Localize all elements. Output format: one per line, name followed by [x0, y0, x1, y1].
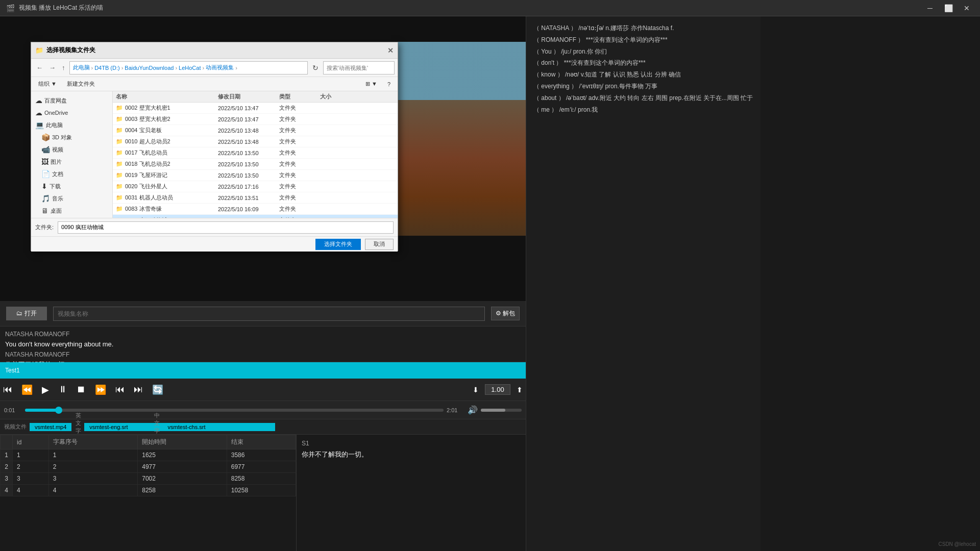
cancel-button[interactable]: 取消 — [365, 239, 394, 250]
subtitle-line1: You don't know everything about me. — [5, 339, 521, 350]
file-row[interactable]: 📁0031 机器人总动员 2022/5/10 13:51 文件夹 — [113, 192, 398, 204]
subtitle-detail-panel: S1 你并不了解我的一切。 — [296, 435, 526, 551]
sidebar-item-music[interactable]: 🎵 音乐 — [31, 192, 112, 205]
nav-back-button[interactable]: ← — [34, 63, 45, 72]
table-row[interactable]: 3 3 3 7002 8258 — [1, 473, 296, 485]
cell-id: 4 — [13, 485, 49, 496]
pause-button[interactable]: ⏸ — [55, 382, 70, 397]
refresh-button[interactable]: ↻ — [310, 63, 321, 73]
nav-up-button[interactable]: ↑ — [60, 63, 67, 72]
playback-controls: ⏮ ⏪ ▶ ⏸ ⏹ ⏩ ⏮ ⏭ 🔄 ⬇ 1.00 ⬆ — [0, 379, 526, 401]
table-row[interactable]: 1 1 1 1625 3586 — [1, 449, 296, 461]
path-sep-2: › — [121, 65, 124, 71]
table-col-rownum — [1, 435, 13, 449]
file-row[interactable]: 📁0019 飞屋环游记 2022/5/10 13:50 文件夹 — [113, 170, 398, 181]
sidebar-item-onedrive[interactable]: ☁ OneDrive — [31, 107, 112, 119]
thispc-icon: 💻 — [35, 121, 44, 129]
video-file-label: 视频文件 — [4, 423, 27, 431]
file-dialog-toolbar: ← → ↑ 此电脑 › D4TB (D:) › BaiduYunDownload… — [31, 59, 398, 77]
minimize-button[interactable]: ─ — [923, 3, 937, 14]
next-sub-button[interactable]: ⏭ — [131, 382, 146, 397]
path-part-3: BaiduYunDownload — [125, 65, 174, 71]
sidebar-item-pictures[interactable]: 🖼 图片 — [31, 156, 112, 168]
organize-button[interactable]: 组织 ▼ — [35, 79, 60, 89]
baidu-icon: ☁ — [35, 96, 42, 105]
folder-icon: 📁 — [116, 217, 123, 218]
speed-down-button[interactable]: ⬇ — [470, 384, 482, 396]
row-num: 2 — [1, 461, 13, 473]
rewind-button[interactable]: ⏪ — [18, 382, 36, 397]
timeline-progress — [25, 409, 59, 412]
unpack-button[interactable]: ⚙ 解包 — [491, 307, 520, 320]
table-row[interactable]: 4 4 4 8258 10258 — [1, 485, 296, 496]
file-row[interactable]: 📁0090 疯狂动物城 2022/5/10 13:52 文件夹 — [113, 215, 398, 218]
bottom-panel: 🗂 打开 ⚙ 解包 NATASHA ROMANOFF You don't kno… — [0, 301, 526, 551]
sidebar-item-documents[interactable]: 📄 文档 — [31, 168, 112, 180]
speed-up-button[interactable]: ⬆ — [513, 384, 526, 396]
help-button[interactable]: ? — [384, 80, 394, 88]
path-sep-4: › — [202, 65, 204, 71]
dict-entry: （ about ） /əˈbaʊt/ adv.附近 大约 转向 左右 周围 pr… — [533, 92, 753, 104]
time-start: 0:01 — [4, 407, 22, 413]
pictures-icon: 🖼 — [35, 158, 48, 166]
file-row[interactable]: 📁0002 壁宽大机密1 2022/5/10 13:47 文件夹 — [113, 103, 398, 114]
row-num: 4 — [1, 485, 13, 496]
sidebar-item-downloads[interactable]: ⬇ 下载 — [31, 180, 112, 192]
forward-button[interactable]: ⏩ — [92, 382, 109, 397]
cell-subnum: 4 — [48, 485, 138, 496]
view-options-button[interactable]: ⊞ ▼ — [362, 80, 380, 88]
rewind-fast-button[interactable]: ⏮ — [0, 382, 15, 397]
series-test-label: Test1 — [5, 367, 20, 374]
sidebar-item-3d[interactable]: 📦 3D 对象 — [31, 131, 112, 143]
file-dialog-sidebar: ☁ 百度网盘 ☁ OneDrive 💻 此电脑 📦 — [31, 91, 113, 218]
file-row[interactable]: 📁0017 飞机总动员 2022/5/10 13:50 文件夹 — [113, 147, 398, 159]
file-dialog-title: 选择视频集文件夹 — [46, 46, 387, 55]
timeline-track[interactable] — [25, 409, 444, 412]
sidebar-item-desktop[interactable]: 🖥 桌面 — [31, 205, 112, 217]
3d-icon: 📦 — [35, 133, 50, 141]
select-folder-button[interactable]: 选择文件夹 — [315, 239, 361, 250]
maximize-button[interactable]: ⬜ — [941, 3, 955, 14]
close-button[interactable]: ✕ — [960, 3, 974, 14]
file-row[interactable]: 📁0083 冰雪奇缘 2022/5/10 16:09 文件夹 — [113, 204, 398, 215]
prev-sub-button[interactable]: ⏮ — [112, 382, 128, 397]
sidebar-item-baidu[interactable]: ☁ 百度网盘 — [31, 94, 112, 107]
stop-button[interactable]: ⏹ — [74, 382, 89, 397]
new-folder-button[interactable]: 新建文件夹 — [64, 79, 98, 89]
volume-track[interactable] — [481, 409, 522, 412]
time-end: 2:01 — [447, 407, 464, 413]
folder-icon: 📁 — [116, 194, 123, 201]
filename-label: 文件夹: — [35, 223, 54, 231]
sidebar-item-thispc[interactable]: 💻 此电脑 — [31, 119, 112, 131]
file-row[interactable]: 📁0003 壁宽大机密2 2022/5/10 13:47 文件夹 — [113, 114, 398, 125]
row-num: 1 — [1, 449, 13, 461]
file-dialog: 📁 选择视频集文件夹 ✕ ← → ↑ 此电脑 › D4TB (D:) › Bai… — [31, 42, 398, 251]
file-row[interactable]: 📁0020 飞往外星人 2022/5/10 17:16 文件夹 — [113, 181, 398, 192]
timeline-handle[interactable] — [55, 407, 62, 414]
folder-icon: 📁 — [116, 172, 123, 178]
title-bar: 🎬 视频集 播放 LeHoCat 乐活的喵 ─ ⬜ ✕ — [0, 0, 980, 16]
file-row[interactable]: 📁0018 飞机总动员2 2022/5/10 13:50 文件夹 — [113, 159, 398, 170]
search-input[interactable] — [323, 61, 395, 74]
file-row[interactable]: 📁0004 宝贝老板 2022/5/10 13:48 文件夹 — [113, 125, 398, 136]
series-list-item[interactable]: Test1 — [0, 362, 526, 379]
open-button[interactable]: 🗂 打开 — [6, 307, 47, 320]
sidebar-item-video[interactable]: 📹 视频 — [31, 143, 112, 156]
file-list-header: 名称 修改日期 类型 大小 — [113, 91, 398, 103]
video-file-entry: 视频文件 vsmtest.mp4 — [4, 423, 71, 431]
dict-entry: （ everything ） /ˈevrɪθɪŋ/ pron.每件事物 万事 — [533, 81, 753, 92]
loop-button[interactable]: 🔄 — [149, 382, 166, 397]
nav-forward-button[interactable]: → — [47, 63, 58, 72]
folder-icon: 📁 — [116, 206, 123, 212]
play-button[interactable]: ▶ — [39, 382, 52, 397]
file-row[interactable]: 📁0010 超人总动员2 2022/5/10 13:48 文件夹 — [113, 136, 398, 147]
path-bar[interactable]: 此电脑 › D4TB (D:) › BaiduYunDownload › LeH… — [69, 61, 308, 74]
cell-subnum: 3 — [48, 473, 138, 485]
cell-end: 6977 — [227, 461, 296, 473]
sidebar-item-c-drive[interactable]: 💽 Pwin10 (C:) — [31, 217, 112, 218]
filename-input[interactable] — [58, 221, 394, 234]
table-row[interactable]: 2 2 2 4977 6977 — [1, 461, 296, 473]
file-dialog-close[interactable]: ✕ — [387, 46, 394, 55]
path-sep-5: › — [235, 65, 237, 71]
series-name-input[interactable] — [53, 307, 485, 321]
